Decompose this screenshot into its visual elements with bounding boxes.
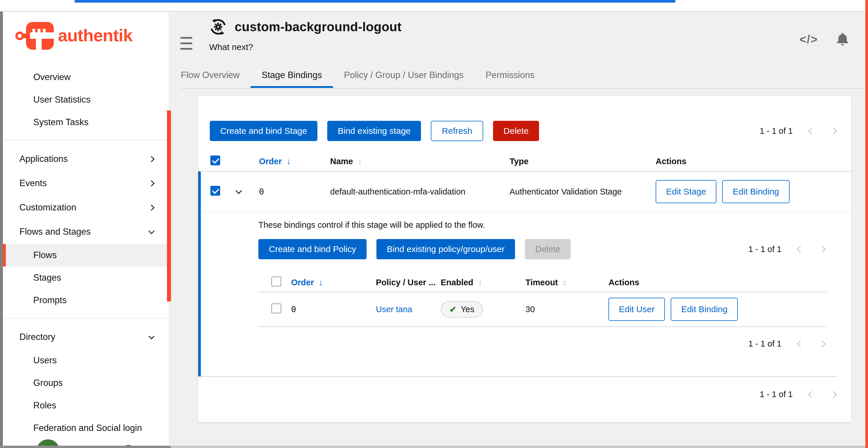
- select-all-checkbox[interactable]: [271, 277, 281, 286]
- pagination-next-button[interactable]: [819, 340, 826, 347]
- tab-stage-bindings[interactable]: Stage Bindings: [251, 70, 333, 88]
- bind-existing-stage-button[interactable]: Bind existing stage: [327, 121, 421, 141]
- enabled-badge-label: Yes: [461, 305, 474, 314]
- bind-existing-policy-button[interactable]: Bind existing policy/group/user: [376, 239, 515, 259]
- pagination-label: 1 - 1 of 1: [760, 390, 793, 399]
- column-header-order[interactable]: Order ↓: [259, 157, 330, 166]
- chevron-left-icon: [808, 128, 815, 134]
- sidebar-item-label: Groups: [33, 378, 63, 388]
- sidebar-group-applications[interactable]: Applications: [3, 147, 169, 171]
- edit-stage-binding-button[interactable]: Edit Binding: [722, 180, 789, 203]
- stage-order-value: 0: [259, 187, 330, 197]
- sidebar-group-directory[interactable]: Directory: [3, 325, 169, 349]
- page-title: custom-background-logout: [235, 20, 402, 34]
- tab-permissions[interactable]: Permissions: [474, 70, 546, 88]
- pagination-label: 1 - 1 of 1: [760, 126, 793, 136]
- sidebar-item-user-statistics[interactable]: User Statistics: [3, 89, 169, 111]
- collapse-row-button[interactable]: [235, 188, 243, 195]
- policy-table-row: 0 User tana ✔ Yes 30: [258, 291, 826, 327]
- create-and-bind-stage-button[interactable]: Create and bind Stage: [210, 121, 317, 141]
- sidebar-item-overview[interactable]: Overview: [3, 66, 169, 89]
- sidebar-item-label: Flows: [33, 250, 57, 261]
- sidebar-scrollbar[interactable]: [167, 110, 171, 302]
- sidebar-item-flows[interactable]: Flows: [3, 244, 169, 267]
- tab-policy-group-user-bindings[interactable]: Policy / Group / User Bindings: [333, 70, 475, 88]
- sidebar-item-label: System Tasks: [33, 117, 89, 128]
- sidebar-nav: Overview User Statistics System Tasks Ap…: [3, 66, 169, 439]
- sidebar-item-roles[interactable]: Roles: [3, 394, 169, 417]
- stage-name-value: default-authentication-mfa-validation: [330, 187, 509, 197]
- column-header-policy-user: Policy / User ...: [376, 278, 441, 287]
- screen: authentik Overview User Statistics Syste…: [0, 0, 868, 448]
- pagination-label: 1 - 1 of 1: [748, 244, 781, 254]
- pagination-prev-button[interactable]: [808, 391, 815, 398]
- pagination-prev-button[interactable]: [808, 128, 815, 135]
- pagination-next-button[interactable]: [819, 246, 826, 253]
- pagination-prev-button[interactable]: [797, 246, 804, 253]
- policy-toolbar: Create and bind Policy Bind existing pol…: [258, 239, 826, 259]
- sort-icon: ↕: [358, 157, 362, 166]
- header-actions: </>: [799, 31, 857, 47]
- column-header-actions: Actions: [656, 157, 851, 166]
- sidebar-item-label: Federation and Social login: [33, 423, 142, 433]
- sidebar-group-customization[interactable]: Customization: [3, 195, 169, 220]
- app: authentik Overview User Statistics Syste…: [3, 12, 865, 446]
- notifications-button[interactable]: [835, 31, 850, 47]
- column-header-order[interactable]: Order ↓: [291, 277, 376, 287]
- sidebar-item-groups[interactable]: Groups: [3, 372, 169, 394]
- check-icon: ✔: [450, 304, 457, 314]
- refresh-button[interactable]: Refresh: [431, 121, 483, 141]
- chevron-right-icon: [819, 340, 826, 347]
- sidebar-item-stages[interactable]: Stages: [3, 267, 169, 289]
- policy-user-link[interactable]: User tana: [376, 305, 412, 314]
- tab-bar: Flow Overview Stage Bindings Policy / Gr…: [180, 70, 865, 89]
- authentik-logo-wordmark: authentik: [58, 26, 153, 46]
- sidebar: authentik Overview User Statistics Syste…: [3, 12, 169, 446]
- edit-user-button[interactable]: Edit User: [609, 298, 665, 321]
- api-code-button[interactable]: </>: [799, 33, 818, 46]
- bell-icon: [835, 31, 850, 47]
- sidebar-divider: [3, 140, 169, 140]
- sidebar-group-events[interactable]: Events: [3, 171, 169, 195]
- sidebar-group-flows-and-stages[interactable]: Flows and Stages: [3, 220, 169, 244]
- delete-stage-button[interactable]: Delete: [493, 121, 539, 141]
- hamburger-menu-button[interactable]: [180, 37, 192, 50]
- sidebar-item-federation[interactable]: Federation and Social login: [3, 417, 169, 439]
- delete-policy-button[interactable]: Delete: [525, 239, 571, 259]
- edit-stage-button[interactable]: Edit Stage: [656, 180, 716, 203]
- row-checkbox[interactable]: [210, 186, 220, 196]
- title-block: custom-background-logout What next?: [209, 18, 402, 52]
- chevron-down-icon: [148, 228, 155, 234]
- sidebar-group-label: Customization: [20, 202, 76, 213]
- page-subtitle: What next?: [209, 42, 402, 52]
- column-header-timeout[interactable]: Timeout ↕: [525, 277, 609, 287]
- column-header-name[interactable]: Name ↕: [330, 157, 509, 166]
- sidebar-item-users[interactable]: Users: [3, 349, 169, 372]
- flow-process-icon: [209, 18, 227, 36]
- stage-table-header: Order ↓ Name ↕ Type Actions: [198, 151, 851, 171]
- sidebar-item-system-tasks[interactable]: System Tasks: [3, 111, 169, 134]
- pagination-next-button[interactable]: [830, 128, 837, 135]
- window-top-strip: [0, 0, 868, 11]
- stage-bindings-card: Create and bind Stage Bind existing stag…: [198, 96, 851, 422]
- select-all-checkbox[interactable]: [210, 156, 220, 165]
- edit-policy-binding-button[interactable]: Edit Binding: [671, 298, 738, 321]
- window-accent-bar: [75, 0, 675, 3]
- code-icon: </>: [799, 33, 818, 46]
- column-header-enabled[interactable]: Enabled ↕: [441, 277, 525, 287]
- create-and-bind-policy-button[interactable]: Create and bind Policy: [258, 239, 367, 259]
- page-scrollbar[interactable]: [865, 0, 868, 448]
- stage-pagination-top: 1 - 1 of 1: [760, 126, 837, 136]
- sidebar-group-label: Directory: [20, 332, 55, 342]
- tab-flow-overview[interactable]: Flow Overview: [180, 70, 251, 88]
- stage-table-row: 0 default-authentication-mfa-validation …: [201, 172, 851, 212]
- row-checkbox[interactable]: [271, 304, 281, 313]
- pagination-next-button[interactable]: [830, 391, 837, 398]
- chevron-down-icon: [148, 333, 155, 339]
- policy-order-value: 0: [291, 304, 376, 314]
- authentik-logo[interactable]: authentik: [15, 21, 169, 51]
- sidebar-item-prompts[interactable]: Prompts: [3, 289, 169, 312]
- pagination-prev-button[interactable]: [797, 340, 804, 347]
- sidebar-group-label: Flows and Stages: [20, 227, 91, 237]
- main-header: custom-background-logout What next? </>: [169, 12, 865, 52]
